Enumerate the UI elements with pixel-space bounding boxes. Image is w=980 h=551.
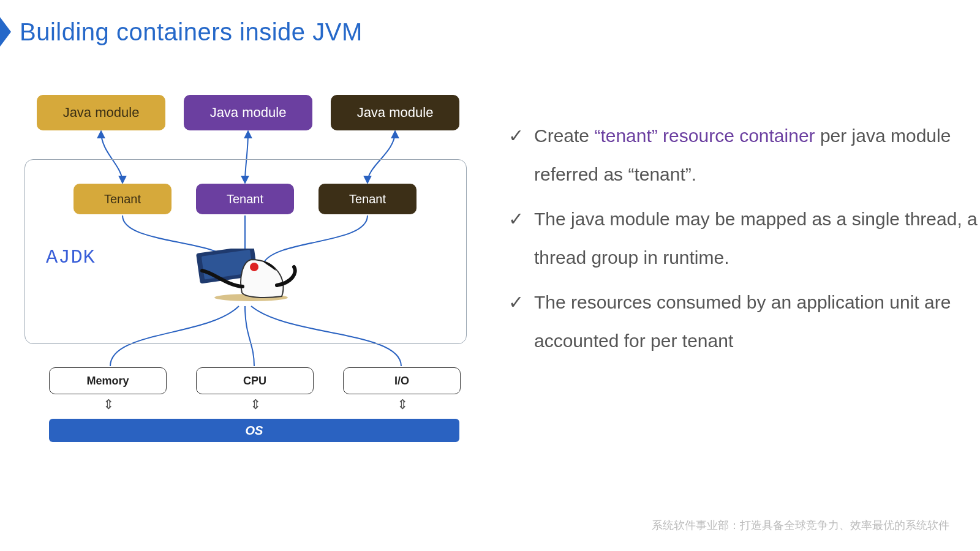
slide: Building containers inside JVM Java modu… — [0, 0, 980, 551]
resource-io: I/O — [343, 367, 461, 394]
resource-memory: Memory — [49, 367, 167, 394]
title-row: Building containers inside JVM — [0, 17, 363, 47]
bidir-arrow-icon: ⇕ — [103, 397, 114, 413]
bullet-text: Create — [534, 126, 594, 146]
resource-cpu: CPU — [196, 367, 314, 394]
footer-text: 系统软件事业部：打造具备全球竞争力、效率最优的系统软件 — [652, 518, 949, 533]
ajdk-label: AJDK — [46, 246, 96, 269]
bullet-item: The resources consumed by an application… — [508, 283, 980, 360]
os-box: OS — [49, 419, 459, 442]
tenant-2: Tenant — [196, 184, 294, 214]
bullet-item: Create “tenant” resource container per j… — [508, 116, 980, 193]
tenant-3: Tenant — [318, 184, 417, 214]
title-arrow-icon — [0, 17, 11, 47]
java-duke-mascot-icon — [184, 249, 306, 304]
bullet-text: The java module may be mapped as a singl… — [534, 209, 978, 268]
bidir-arrow-icon: ⇕ — [397, 397, 408, 413]
bullet-item: The java module may be mapped as a singl… — [508, 200, 980, 277]
java-module-2: Java module — [184, 95, 312, 130]
slide-title: Building containers inside JVM — [20, 18, 363, 46]
diagram: Java module Java module Java module Tena… — [24, 86, 466, 465]
bullet-highlight: “tenant” resource container — [594, 126, 815, 146]
bullet-text: The resources consumed by an application… — [534, 292, 951, 351]
java-module-3: Java module — [331, 95, 459, 130]
bidir-arrow-icon: ⇕ — [250, 397, 261, 413]
tenant-1: Tenant — [74, 184, 172, 214]
bullet-list: Create “tenant” resource container per j… — [484, 116, 980, 366]
svg-point-3 — [250, 263, 258, 271]
java-module-1: Java module — [37, 95, 165, 130]
